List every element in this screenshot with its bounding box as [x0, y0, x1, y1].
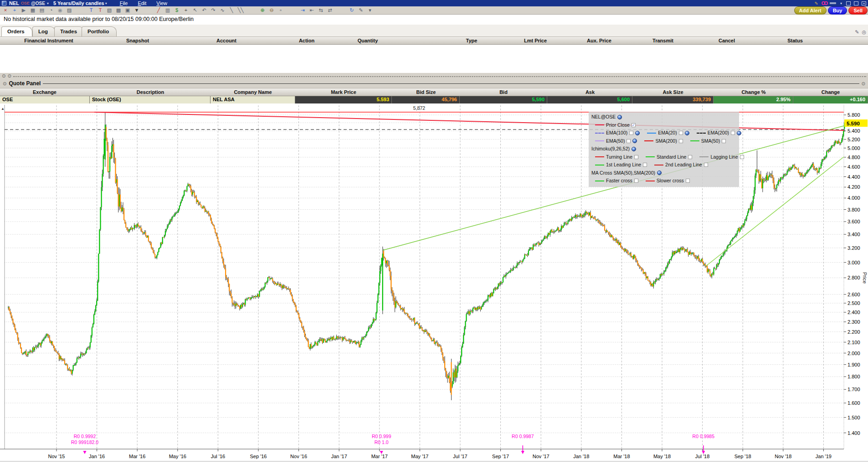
orders-table-body[interactable] [0, 45, 868, 73]
expand-icon[interactable]: ⊙ [3, 81, 6, 86]
close-icon[interactable]: × [1, 6, 10, 14]
record-icon[interactable]: ◉ [56, 6, 64, 14]
redo-icon[interactable]: ↷ [209, 6, 217, 14]
globe-icon[interactable] [617, 115, 622, 119]
quote-col-company-name[interactable]: Company Name [234, 89, 272, 95]
pin-icon[interactable] [830, 2, 836, 4]
quote-col-ask[interactable]: Ask [586, 89, 595, 95]
orders-col-account[interactable]: Account [216, 38, 236, 43]
chevron-down-icon[interactable]: ▾ [840, 1, 842, 5]
orders-col-lmt-price[interactable]: Lmt Price [524, 38, 547, 43]
menu-edit[interactable]: Edit [138, 0, 146, 6]
tab-portfolio[interactable]: Portfolio [82, 26, 117, 36]
text-red-icon[interactable]: T [96, 6, 104, 14]
more-dropdown-icon[interactable]: ▾ [366, 6, 374, 14]
quote-col-bid[interactable]: Bid [499, 89, 508, 95]
wrench-icon[interactable]: ✎ [814, 1, 818, 6]
legend-checkbox[interactable] [704, 163, 708, 167]
legend-checkbox[interactable] [627, 139, 631, 143]
exchange-cell[interactable]: OSE [0, 96, 90, 103]
grid-icon[interactable]: ▦ [29, 6, 37, 14]
quote-col-change-[interactable]: Change % [741, 89, 765, 95]
globe-icon[interactable] [685, 131, 689, 135]
refresh-icon[interactable]: ↻ [348, 6, 356, 14]
tab-log[interactable]: Log [32, 26, 56, 36]
orders-col-action[interactable]: Action [299, 38, 314, 43]
tab-trades[interactable]: Trades [54, 26, 85, 36]
menu-view[interactable]: View [156, 0, 167, 6]
buy-button[interactable]: Buy [828, 6, 847, 15]
add-icon[interactable]: + [182, 6, 190, 14]
snapshot-icon[interactable]: ▨ [65, 6, 73, 14]
panel-splitter[interactable]: ⊙ ⊙ [0, 73, 868, 79]
collapse-down-icon[interactable]: ⊙ [7, 73, 11, 78]
menu-file[interactable]: File [120, 0, 128, 6]
bid-size-cell[interactable]: 45,796 [392, 96, 460, 103]
chevron-down-icon[interactable]: ▾ [105, 1, 107, 5]
tab-orders[interactable]: Orders [1, 26, 32, 36]
legend-checkbox[interactable] [634, 155, 638, 159]
orders-col-transmit[interactable]: Transmit [652, 38, 673, 43]
legend-checkbox[interactable] [679, 139, 683, 143]
add-alert-button[interactable]: Add Alert [794, 6, 827, 15]
print-icon[interactable]: ▤ [38, 6, 46, 14]
timeframe-selector[interactable]: 5 Years/Daily candles [53, 0, 104, 6]
orders-col-type[interactable]: Type [466, 38, 478, 43]
ask-size-cell[interactable]: 339,739 [632, 96, 714, 103]
collapse-up-icon[interactable]: ⊙ [2, 73, 5, 78]
description-cell[interactable]: Stock (OSE) [90, 96, 211, 103]
zoom-in-icon[interactable]: ⊕ [258, 6, 267, 14]
legend-checkbox[interactable] [634, 179, 638, 183]
draw-line-icon[interactable]: ╱ [154, 6, 163, 14]
quote-col-description[interactable]: Description [137, 89, 164, 95]
chart-area-icon[interactable]: ▧ [105, 6, 113, 14]
legend-checkbox[interactable] [679, 131, 683, 135]
quote-col-mark-price[interactable]: Mark Price [331, 89, 356, 95]
orders-col-cancel[interactable]: Cancel [719, 38, 735, 43]
region-select-icon[interactable]: ▫ [277, 6, 285, 14]
filter-dropdown-icon[interactable]: ▼ [133, 6, 141, 14]
legend-checkbox[interactable] [629, 131, 633, 135]
orders-col-status[interactable]: Status [787, 38, 803, 43]
globe-icon[interactable] [657, 170, 662, 175]
quote-row[interactable]: OSEStock (OSE)NEL ASA5.59345,7965,5905,6… [0, 96, 868, 103]
edit-layout-icon[interactable]: ✎ [855, 29, 859, 35]
zoom-out-icon[interactable]: ⊖ [267, 6, 276, 14]
orders-col-snapshot[interactable]: Snapshot [126, 38, 149, 43]
quote-col-bid-size[interactable]: Bid Size [416, 89, 436, 95]
legend-checkbox[interactable] [731, 131, 735, 135]
sell-button[interactable]: Sell [848, 6, 868, 15]
legend-checkbox[interactable] [643, 163, 647, 167]
trend-curve-icon[interactable]: ∿ [218, 6, 226, 14]
company-cell[interactable]: NEL ASA [211, 96, 295, 103]
cursor-icon[interactable]: ▶ [20, 6, 28, 14]
quote-col-change[interactable]: Change [822, 89, 840, 95]
bid-cell[interactable]: 5,590 [460, 96, 547, 103]
settings-pencil-icon[interactable]: ✎ [357, 6, 365, 14]
bar-chart-icon[interactable]: ▥ [164, 6, 172, 14]
candlestick-chart[interactable]: ▲5,8725.8005.6005.4005.2005.0004.8004.60… [0, 103, 868, 465]
quote-col-ask-size[interactable]: Ask Size [663, 89, 683, 95]
parallel-lines-icon[interactable]: ╲╲ [236, 6, 245, 14]
fit-all-icon[interactable]: ⇄ [326, 6, 334, 14]
chart-grid-icon[interactable]: ▩ [114, 6, 123, 14]
splitter-handle[interactable] [13, 76, 866, 77]
pointer-arrow-icon[interactable]: ↖ [191, 6, 199, 14]
select-region-icon[interactable]: ▣ [123, 6, 132, 14]
globe-icon[interactable] [632, 147, 636, 151]
ask-cell[interactable]: 5,600 [547, 96, 632, 103]
legend-checkbox[interactable] [740, 155, 744, 159]
legend-checkbox[interactable] [688, 155, 692, 159]
panel-menu-icon[interactable]: ⊙ [862, 81, 865, 86]
legend-checkbox[interactable] [722, 139, 726, 143]
text-icon[interactable]: T [87, 6, 95, 14]
pan-start-icon[interactable]: ⇤ [308, 6, 316, 14]
pie-chart-icon[interactable]: ◔ [47, 6, 55, 14]
orders-col-financial-instrument[interactable]: Financial Instrument [24, 38, 73, 43]
target-icon[interactable]: ◎ [862, 29, 866, 35]
maximize-button[interactable] [854, 1, 858, 5]
close-button[interactable]: × [862, 1, 866, 5]
orders-col-quantity[interactable]: Quantity [358, 38, 378, 43]
window-group-link-icon[interactable]: OO [822, 0, 827, 6]
globe-icon[interactable] [635, 131, 640, 135]
